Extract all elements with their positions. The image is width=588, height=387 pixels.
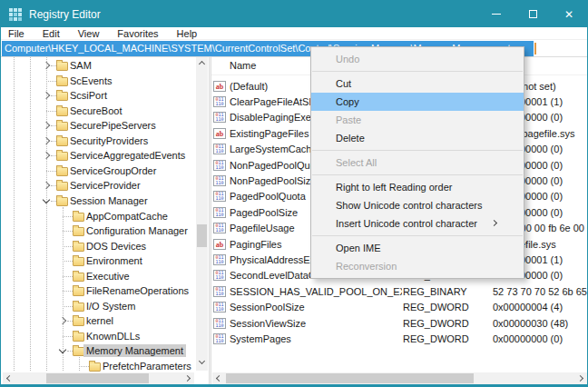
- value-data-cell: 52 73 70 70 52 6b 65 73: [493, 286, 587, 297]
- tree-item-session-manager[interactable]: Session Manager: [1, 194, 195, 209]
- tree-item-servicegrouporder[interactable]: ServiceGroupOrder: [1, 164, 195, 179]
- tree-item-appcompatcache[interactable]: AppCompatCache: [1, 209, 195, 224]
- tree-connector: [63, 261, 73, 262]
- tree-item-securityproviders[interactable]: SecurityProviders: [1, 134, 195, 149]
- menubar-item-view[interactable]: View: [69, 28, 109, 39]
- tree-item-kernel[interactable]: kernel: [1, 313, 195, 329]
- tree-connector: [79, 366, 89, 367]
- window-title: Registry Editor: [29, 8, 101, 21]
- menu-separator: [312, 174, 523, 175]
- tree-item-label: I/O System: [83, 300, 138, 313]
- binary-value-icon: 011110: [213, 112, 226, 123]
- tree-item-label: SecurityProviders: [67, 134, 151, 147]
- expand-chevron-icon[interactable]: [59, 317, 66, 324]
- tree-item-securepipeservers[interactable]: SecurePipeServers: [1, 118, 195, 134]
- chevron-down-icon: [199, 358, 205, 364]
- chevron-right-icon: [184, 375, 191, 382]
- tree-item-scsiport[interactable]: ScsiPort: [1, 88, 195, 104]
- binary-value-icon: 011110: [213, 223, 226, 233]
- tree-item-sam[interactable]: SAM: [1, 58, 195, 74]
- scroll-down-button[interactable]: [196, 356, 208, 368]
- tree-item-serviceaggregatedevents[interactable]: ServiceAggregatedEvents: [1, 148, 195, 164]
- title-bar: Registry Editor ✕: [1, 1, 587, 27]
- expand-chevron-icon[interactable]: [43, 122, 50, 129]
- scrollbar-thumb[interactable]: [197, 224, 207, 247]
- tree-item-prefetchparameters[interactable]: PrefetchParameters: [1, 359, 195, 374]
- tree-connector: [63, 216, 73, 217]
- text-caret: [534, 43, 536, 55]
- menubar-item-edit[interactable]: Edit: [34, 28, 69, 39]
- menu-separator: [312, 71, 523, 72]
- menubar-item-file[interactable]: File: [1, 28, 34, 39]
- maximize-button[interactable]: [514, 1, 551, 27]
- context-menu-item-show-unicode-control-characters[interactable]: Show Unicode control characters: [311, 196, 524, 214]
- tree-item-executive[interactable]: Executive: [1, 269, 195, 284]
- tree-item-memory-management[interactable]: Memory Management: [1, 343, 195, 359]
- value-data-cell: 0x00000030 (48): [493, 318, 587, 329]
- tree-item-secureboot[interactable]: SecureBoot: [1, 104, 195, 119]
- context-menu-item-open-ime[interactable]: Open IME: [311, 239, 524, 257]
- tree-item-label: SecurePipeServers: [67, 119, 159, 132]
- expand-chevron-icon[interactable]: [43, 152, 50, 159]
- expand-chevron-icon[interactable]: [43, 182, 50, 189]
- chevron-left-icon: [6, 375, 13, 382]
- tree-item-label: kernel: [83, 314, 116, 327]
- tree-vertical-scrollbar[interactable]: [196, 57, 208, 371]
- tree-item-dos-devices[interactable]: DOS Devices: [1, 239, 195, 254]
- value-type-cell: REG_DWORD: [403, 302, 490, 313]
- value-row-systempages[interactable]: 011110SystemPagesREG_DWORD0x00000000 (0): [211, 332, 587, 347]
- tree-item-label: ServiceAggregatedEvents: [67, 149, 188, 162]
- menubar-item-help[interactable]: Help: [168, 28, 207, 39]
- submenu-chevron-icon: [491, 220, 497, 226]
- tree-item-serviceprovider[interactable]: ServiceProvider: [1, 178, 195, 194]
- minimize-button[interactable]: [478, 1, 514, 27]
- value-row-sessionviewsize[interactable]: 011110SessionViewSizeREG_DWORD0x00000030…: [211, 316, 587, 332]
- menu-bar: FileEditViewFavoritesHelp: [1, 27, 587, 40]
- value-type-cell: REG_BINARY: [403, 286, 490, 297]
- tree-item-configuration-manager[interactable]: Configuration Manager: [1, 223, 195, 239]
- context-menu-item-delete[interactable]: Delete: [311, 129, 524, 147]
- scrollbar-thumb[interactable]: [226, 373, 474, 383]
- tree-item-label: ServiceGroupOrder: [67, 164, 159, 177]
- expand-chevron-icon[interactable]: [43, 62, 50, 69]
- context-menu-item-select-all: Select All: [311, 154, 524, 172]
- tree-item-label: PrefetchParameters: [100, 360, 194, 372]
- tree-item-scevents[interactable]: ScEvents: [1, 74, 195, 89]
- binary-value-icon: 011110: [213, 318, 226, 329]
- expand-chevron-icon[interactable]: [43, 137, 50, 144]
- context-menu-item-reconversion: Reconversion: [311, 257, 524, 275]
- tree-connector: [63, 306, 73, 307]
- collapse-chevron-icon[interactable]: [43, 196, 50, 203]
- tree-connector: [46, 171, 56, 172]
- scroll-right-button[interactable]: [575, 372, 587, 384]
- value-row-session-has-valid-pool-on-exit[interactable]: 011110SESSION_HAS_VALID_POOL_ON_EXITREG_…: [211, 284, 587, 300]
- tree-item-filerenameoperations[interactable]: FileRenameOperations: [1, 283, 195, 299]
- tree-item-environment[interactable]: Environment: [1, 253, 195, 269]
- scrollbar-thumb[interactable]: [46, 373, 149, 383]
- tree-item-label: FileRenameOperations: [83, 284, 191, 297]
- tree-item-i-o-system[interactable]: I/O System: [1, 299, 195, 314]
- tree-item-label: ScEvents: [67, 74, 114, 87]
- context-menu-item-right-to-left-reading-order[interactable]: Right to left Reading order: [311, 178, 524, 196]
- scroll-left-button[interactable]: [212, 372, 224, 384]
- binary-value-icon: 011110: [213, 270, 226, 281]
- string-value-icon: ab: [213, 128, 226, 139]
- scroll-up-button[interactable]: [196, 57, 208, 69]
- tree-item-knowndlls[interactable]: KnownDLLs: [1, 329, 195, 344]
- context-menu-item-copy[interactable]: Copy: [311, 93, 524, 111]
- expand-chevron-icon[interactable]: [43, 92, 50, 99]
- close-button[interactable]: ✕: [551, 1, 587, 27]
- value-name-cell: SESSION_HAS_VALID_POOL_ON_EXIT: [230, 286, 402, 297]
- tree-item-label: AppCompatCache: [83, 210, 171, 223]
- tree-connector: [63, 336, 73, 337]
- context-menu-item-insert-unicode-control-character[interactable]: Insert Unicode control character: [311, 214, 524, 233]
- binary-value-icon: 011110: [213, 144, 226, 154]
- menubar-item-favorites[interactable]: Favorites: [108, 28, 167, 39]
- context-menu-item-cut[interactable]: Cut: [311, 74, 524, 93]
- tree-item-label: Executive: [83, 270, 132, 283]
- collapse-chevron-icon[interactable]: [59, 346, 66, 353]
- list-horizontal-scrollbar[interactable]: [212, 372, 587, 384]
- value-row-sessionpoolsize[interactable]: 011110SessionPoolSizeREG_DWORD0x00000004…: [211, 300, 587, 315]
- edit-context-menu: UndoCutCopyPasteDeleteSelect AllRight to…: [310, 46, 524, 279]
- column-header-name[interactable]: Name: [230, 60, 256, 71]
